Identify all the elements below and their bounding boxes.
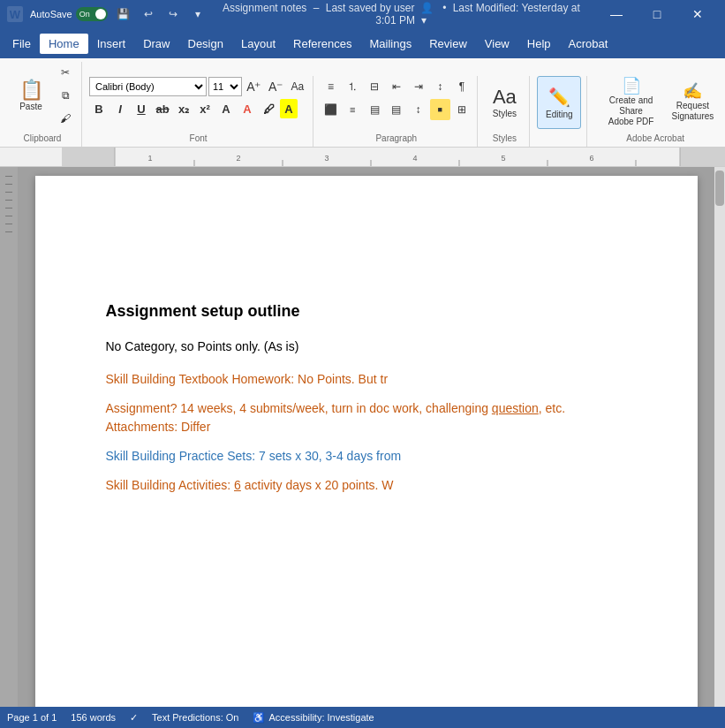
menu-references[interactable]: References <box>284 34 360 54</box>
decrease-indent-button[interactable]: ⇤ <box>386 76 406 97</box>
document-title-area: Assignment notes – Last saved by user 👤 … <box>214 2 589 27</box>
strikethrough-button[interactable]: ab <box>153 99 172 118</box>
margin-tick <box>5 184 12 185</box>
create-share-pdf-button[interactable]: 📄 Create and ShareAdobe PDF <box>594 76 668 129</box>
create-share-pdf-label: Create and ShareAdobe PDF <box>598 95 664 127</box>
scroll-thumb[interactable] <box>715 171 724 206</box>
underline-button[interactable]: U <box>132 99 151 118</box>
menu-review[interactable]: Review <box>420 34 476 54</box>
menu-file[interactable]: File <box>4 34 40 54</box>
increase-font-button[interactable]: A⁺ <box>244 76 264 97</box>
svg-rect-1 <box>62 148 115 167</box>
close-button[interactable]: ✕ <box>677 0 718 28</box>
menu-view[interactable]: View <box>476 34 518 54</box>
font-group: Calibri (Body) 11 A⁺ A⁻ Aa B I U ab x₂ x… <box>84 76 313 147</box>
subscript-button[interactable]: x₂ <box>174 99 193 118</box>
align-right-button[interactable]: ▤ <box>365 99 385 120</box>
menu-help[interactable]: Help <box>518 34 560 54</box>
format-painter-button[interactable]: 🖌 <box>55 108 76 129</box>
multilevel-list-button[interactable]: ⊟ <box>365 76 385 97</box>
save-icon[interactable]: 💾 <box>115 5 132 23</box>
paste-button[interactable]: 📋 Paste <box>9 69 53 122</box>
text-predictions[interactable]: Text Predictions: On <box>152 712 238 723</box>
doc-line5-text: Skill Building Activities: <box>106 478 235 492</box>
undo-icon[interactable]: ↩ <box>140 5 157 23</box>
svg-text:6: 6 <box>589 154 593 163</box>
doc-line1[interactable]: No Category, so Points only. (As is) <box>106 337 627 356</box>
menu-acrobat[interactable]: Acrobat <box>560 34 617 54</box>
adobe-acrobat-group: 📄 Create and ShareAdobe PDF ✍️ RequestSi… <box>589 76 721 147</box>
status-bar: Page 1 of 1 156 words ✓ Text Predictions… <box>0 707 725 728</box>
adobe-acrobat-label: Adobe Acrobat <box>594 131 716 143</box>
numbering-button[interactable]: ⒈ <box>343 76 363 97</box>
maximize-button[interactable]: □ <box>637 0 677 28</box>
decrease-font-button[interactable]: A⁻ <box>266 76 286 97</box>
menu-insert[interactable]: Insert <box>88 34 135 54</box>
pdf-icon: 📄 <box>622 78 641 94</box>
editing-group: ✏️ Editing <box>532 76 587 147</box>
bold-button[interactable]: B <box>89 99 109 118</box>
autosave-group[interactable]: AutoSave On <box>30 7 108 21</box>
document-title: Assignment notes <box>223 2 306 14</box>
doc-line5-underline: 6 <box>234 478 241 492</box>
editing-icon: ✏️ <box>548 87 570 108</box>
show-formatting-button[interactable]: ¶ <box>452 76 472 97</box>
borders-button[interactable]: ⊞ <box>452 99 472 120</box>
justify-button[interactable]: ▤ <box>386 99 406 120</box>
document-page[interactable]: Assignment setup outline No Category, so… <box>35 176 698 717</box>
shading-button[interactable]: A <box>280 99 298 118</box>
accessibility[interactable]: ♿ Accessibility: Investigate <box>253 712 374 724</box>
font-size-select[interactable]: 11 <box>208 77 242 96</box>
menu-draw[interactable]: Draw <box>134 34 178 54</box>
clear-format-button[interactable]: Aa <box>287 76 307 97</box>
styles-label: Styles <box>493 109 517 118</box>
vertical-scrollbar[interactable] <box>714 167 725 717</box>
page-info-text: Page 1 of 1 <box>7 712 57 723</box>
svg-text:4: 4 <box>412 154 417 163</box>
increase-indent-button[interactable]: ⇥ <box>408 76 428 97</box>
doc-line4[interactable]: Skill Building Practice Sets: 7 sets x 3… <box>106 447 627 466</box>
minimize-button[interactable]: — <box>596 0 637 28</box>
signatures-icon: ✍️ <box>683 83 702 99</box>
doc-heading[interactable]: Assignment setup outline <box>106 300 627 323</box>
quick-access-toolbar: 💾 ↩ ↪ ▾ <box>115 5 207 23</box>
menu-layout[interactable]: Layout <box>232 34 284 54</box>
shading-para-button[interactable]: ■ <box>430 99 450 120</box>
redo-icon[interactable]: ↪ <box>164 5 182 23</box>
autosave-knob <box>95 9 106 19</box>
align-center-button[interactable]: ≡ <box>343 99 363 120</box>
editing-button[interactable]: ✏️ Editing <box>537 76 581 129</box>
superscript-button[interactable]: x² <box>195 99 215 118</box>
customize-icon[interactable]: ▾ <box>189 5 207 23</box>
text-effects-button[interactable]: A <box>216 99 236 118</box>
svg-text:3: 3 <box>324 154 329 163</box>
copy-button[interactable]: ⧉ <box>55 85 76 106</box>
svg-text:1: 1 <box>147 154 152 163</box>
align-left-button[interactable]: ⬛ <box>321 99 341 120</box>
ruler-svg: 1 2 3 4 5 6 <box>62 148 725 167</box>
italic-button[interactable]: I <box>110 99 130 118</box>
request-signatures-button[interactable]: ✍️ RequestSignatures <box>669 76 716 129</box>
menu-home[interactable]: Home <box>40 34 88 54</box>
cut-button[interactable]: ✂ <box>55 62 76 83</box>
font-color-button[interactable]: A <box>238 99 257 118</box>
title-dropdown-arrow[interactable]: ▾ <box>421 14 427 27</box>
doc-line5[interactable]: Skill Building Activities: 6 activity da… <box>106 476 627 495</box>
menu-design[interactable]: Design <box>179 34 232 54</box>
autosave-toggle[interactable]: On <box>76 7 108 21</box>
menu-mailings[interactable]: Mailings <box>361 34 421 54</box>
font-label: Font <box>89 131 307 143</box>
font-family-select[interactable]: Calibri (Body) <box>89 77 207 96</box>
highlight-button[interactable]: 🖊 <box>259 99 278 118</box>
styles-button[interactable]: Aa Styles <box>485 76 524 129</box>
sort-button[interactable]: ↕ <box>430 76 450 97</box>
user-icon: 👤 <box>420 2 434 14</box>
proofing-icon[interactable]: ✓ <box>130 712 138 724</box>
line-spacing-button[interactable]: ↕ <box>408 99 428 120</box>
doc-line2[interactable]: Skill Building Textbook Homework: No Poi… <box>106 370 627 389</box>
doc-line3[interactable]: Assignment? 14 weeks, 4 submits/week, tu… <box>106 399 627 436</box>
text-predictions-text: Text Predictions: On <box>152 712 238 723</box>
doc-line3-text: Assignment? 14 weeks, 4 submits/week, tu… <box>106 401 389 415</box>
bullets-button[interactable]: ≡ <box>321 76 341 97</box>
margin-tick <box>5 216 12 216</box>
